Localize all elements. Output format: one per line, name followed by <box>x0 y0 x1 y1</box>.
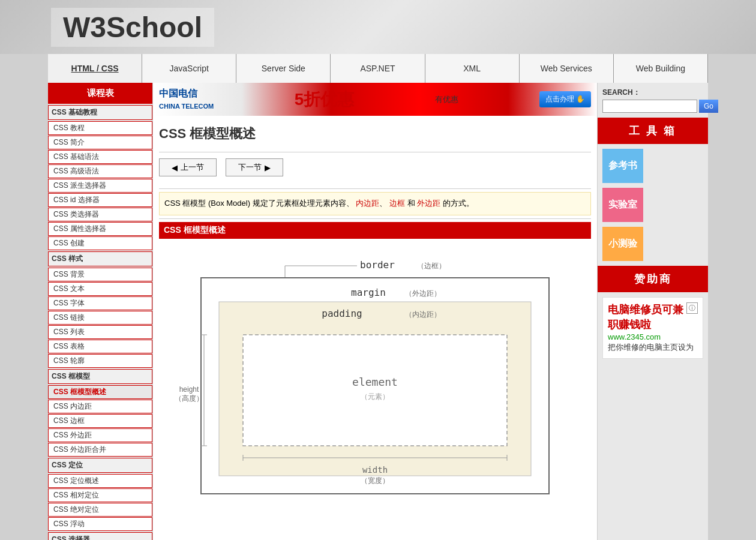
nav-item-server-side[interactable]: Server Side <box>236 54 331 83</box>
search-input[interactable] <box>602 100 697 113</box>
main-content: 中国电信CHINA TELECOM 5折优惠 有优惠 点击办理 ✋ CSS 框模… <box>153 83 597 540</box>
sidebar-item-css-boxmodel-overview[interactable]: CSS 框模型概述 <box>48 385 152 399</box>
sidebar-title: 课程表 <box>48 83 152 104</box>
divider-2 <box>159 188 591 189</box>
svg-text:（外边距）: （外边距） <box>405 289 441 298</box>
main-layout: 课程表 CSS 基础教程 CSS 教程 CSS 简介 CSS 基础语法 CSS … <box>48 83 708 540</box>
header: W3School <box>0 0 756 54</box>
main-nav: HTML / CSS JavaScript Server Side ASP.NE… <box>48 54 708 83</box>
next-button[interactable]: 下一节 ▶ <box>226 158 283 176</box>
link-border[interactable]: 边框 <box>389 199 405 208</box>
svg-text:（元素）: （元素） <box>361 392 389 401</box>
highlight-suffix: 的方式。 <box>443 199 474 208</box>
sidebar-item-css-outline[interactable]: CSS 轮廓 <box>48 354 152 368</box>
test-button[interactable]: 小测验 <box>602 227 643 261</box>
site-logo: W3School <box>51 8 214 47</box>
sidebar-item-css-tutorial[interactable]: CSS 教程 <box>48 121 152 135</box>
left-sidebar: 课程表 CSS 基础教程 CSS 教程 CSS 简介 CSS 基础语法 CSS … <box>48 83 153 540</box>
box-model-diagram: border （边框） margin （外边距） padding （内边距） h… <box>159 248 591 506</box>
banner: 中国电信CHINA TELECOM 5折优惠 有优惠 点击办理 ✋ <box>153 83 597 116</box>
sponsor-title: 赞助商 <box>598 266 708 292</box>
divider-1 <box>159 152 591 152</box>
svg-text:border: border <box>360 259 395 271</box>
nav-item-web-services[interactable]: Web Services <box>520 54 614 83</box>
toolbox-title: 工 具 箱 <box>598 118 708 144</box>
sidebar-item-css-relative[interactable]: CSS 相对定位 <box>48 488 152 502</box>
sidebar-item-css-bg[interactable]: CSS 背景 <box>48 268 152 281</box>
sidebar-item-css-attr-selector[interactable]: CSS 属性选择器 <box>48 222 152 236</box>
sidebar-item-css-class-selector[interactable]: CSS 类选择器 <box>48 208 152 221</box>
divider-3 <box>159 218 591 219</box>
sponsor-ad-title: 电脑维修员可兼职赚钱啦 <box>608 302 698 332</box>
nav-item-asp-net[interactable]: ASP.NET <box>331 54 425 83</box>
sponsor-link[interactable]: www.2345.com <box>608 332 698 341</box>
sidebar-item-css-float[interactable]: CSS 浮动 <box>48 517 152 531</box>
nav-item-web-building[interactable]: Web Building <box>614 54 708 83</box>
nav-item-html-css[interactable]: HTML / CSS <box>48 54 142 83</box>
search-label: SEARCH： <box>602 88 703 98</box>
svg-text:（高度）: （高度） <box>175 394 203 403</box>
sidebar-item-css-list[interactable]: CSS 列表 <box>48 325 152 339</box>
sidebar-item-css-advanced-syntax[interactable]: CSS 高级语法 <box>48 164 152 178</box>
highlight-text: CSS 框模型 (Box Model) 规定了元素框处理元素内容、 <box>164 199 354 208</box>
link-padding[interactable]: 内边距 <box>356 199 379 208</box>
svg-text:element: element <box>352 376 398 388</box>
section-header: CSS 框模型概述 <box>159 222 591 239</box>
sidebar-item-css-font[interactable]: CSS 字体 <box>48 296 152 310</box>
link-margin[interactable]: 外边距 <box>417 199 440 208</box>
sidebar-item-css-position-overview[interactable]: CSS 定位概述 <box>48 474 152 488</box>
sponsor-content: ⓘ 电脑维修员可兼职赚钱啦 www.2345.com 把你维修的电脑主页设为 <box>602 297 703 359</box>
page-nav-buttons: ◀ 上一节 下一节 ▶ <box>153 155 597 185</box>
sidebar-item-css-basic-syntax[interactable]: CSS 基础语法 <box>48 150 152 164</box>
sidebar-item-css-absolute[interactable]: CSS 绝对定位 <box>48 503 152 517</box>
sidebar-item-css-table[interactable]: CSS 表格 <box>48 340 152 353</box>
sidebar-item-css-derived-selector[interactable]: CSS 派生选择器 <box>48 179 152 193</box>
sidebar-item-css-link[interactable]: CSS 链接 <box>48 311 152 325</box>
sidebar-section-css-basics: CSS 基础教程 <box>48 105 152 120</box>
sidebar-section-css-position: CSS 定位 <box>48 458 152 473</box>
nav-item-javascript[interactable]: JavaScript <box>142 54 236 83</box>
sidebar-section-css-style: CSS 样式 <box>48 251 152 266</box>
highlight-and: 和 <box>407 199 418 208</box>
search-box: SEARCH： Go <box>598 83 708 118</box>
sidebar-section-css-boxmodel: CSS 框模型 <box>48 369 152 384</box>
search-button[interactable]: Go <box>699 100 718 113</box>
diagram-svg: border （边框） margin （外边距） padding （内边距） h… <box>159 248 591 506</box>
sidebar-item-css-padding[interactable]: CSS 内边距 <box>48 400 152 413</box>
sidebar-item-css-intro[interactable]: CSS 简介 <box>48 136 152 149</box>
sidebar-item-css-create[interactable]: CSS 创建 <box>48 236 152 250</box>
svg-rect-10 <box>243 335 507 446</box>
page-title: CSS 框模型概述 <box>153 116 597 149</box>
content-highlight: CSS 框模型 (Box Model) 规定了元素框处理元素内容、 内边距、 边… <box>159 192 591 215</box>
banner-click-btn[interactable]: 点击办理 ✋ <box>539 91 591 107</box>
ref-book-button[interactable]: 参考书 <box>602 149 643 183</box>
sidebar-item-css-border[interactable]: CSS 边框 <box>48 414 152 428</box>
svg-text:（宽度）: （宽度） <box>361 476 389 485</box>
sidebar-item-css-margin-collapse[interactable]: CSS 外边距合并 <box>48 443 152 457</box>
lab-button[interactable]: 实验室 <box>602 188 643 222</box>
sponsor-ad-text: 把你维修的电脑主页设为 <box>608 341 698 353</box>
svg-text:（内边距）: （内边距） <box>405 310 441 319</box>
banner-logo: 中国电信CHINA TELECOM <box>159 88 214 111</box>
nav-item-xml[interactable]: XML <box>425 54 520 83</box>
sidebar-item-css-margin[interactable]: CSS 外边距 <box>48 428 152 442</box>
right-sidebar: SEARCH： Go 工 具 箱 参考书 实验室 小测验 赞助商 ⓘ 电脑维修员… <box>597 83 708 540</box>
sidebar-item-css-text[interactable]: CSS 文本 <box>48 282 152 296</box>
sidebar-item-css-id-selector[interactable]: CSS id 选择器 <box>48 193 152 207</box>
sponsor-info-icon[interactable]: ⓘ <box>686 302 698 314</box>
sidebar-section-css-selectors: CSS 选择器 <box>48 532 152 540</box>
banner-promo-text: 5折优惠 <box>295 88 355 111</box>
banner-promo-detail: 有优惠 <box>435 94 458 105</box>
prev-button[interactable]: ◀ 上一节 <box>159 158 217 176</box>
svg-text:height: height <box>179 385 199 394</box>
svg-text:（边框）: （边框） <box>417 262 446 270</box>
svg-text:padding: padding <box>322 308 362 319</box>
svg-text:width: width <box>362 465 388 475</box>
svg-text:margin: margin <box>351 287 386 298</box>
